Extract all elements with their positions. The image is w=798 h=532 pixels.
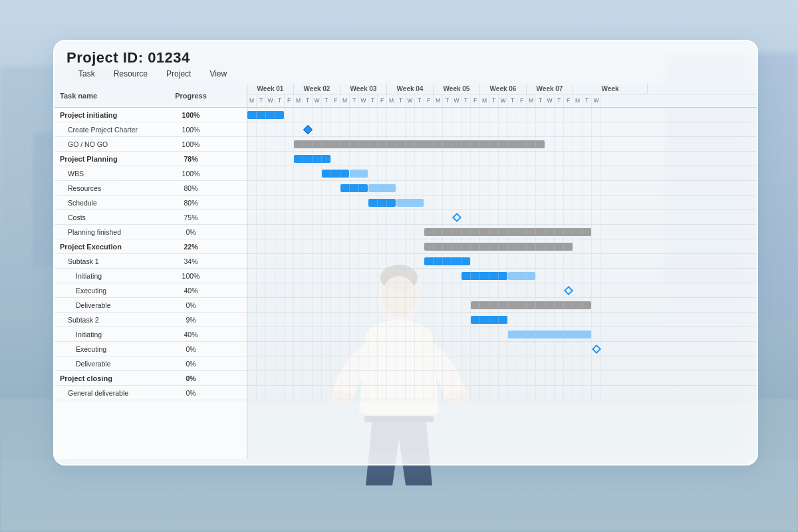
gantt-grid-cell	[452, 108, 462, 122]
day-label: M	[387, 94, 396, 107]
gantt-grid-cell	[443, 371, 452, 385]
gantt-grid-cell	[313, 386, 322, 400]
gantt-grid-cell	[378, 371, 387, 385]
gantt-grid-cell	[499, 108, 508, 122]
gantt-grid-cell	[424, 181, 434, 195]
gantt-grid-cell	[368, 283, 378, 297]
gantt-grid-cell	[489, 371, 499, 385]
task-name-cell: Initiating	[55, 272, 171, 280]
gantt-grid-cell	[583, 298, 592, 312]
gantt-grid-cell	[517, 269, 527, 283]
day-label: M	[247, 94, 257, 107]
menu-view[interactable]: View	[209, 69, 227, 78]
task-row: Deliverable0%	[55, 298, 247, 313]
gantt-grid-cell	[275, 181, 285, 195]
gantt-grid-cell	[331, 122, 340, 136]
gantt-grid-cell	[257, 371, 266, 385]
gantt-grid-cell	[340, 225, 350, 239]
gantt-grid-cell	[313, 342, 322, 356]
gantt-grid-cell	[275, 166, 285, 180]
gantt-grid-cell	[443, 327, 452, 341]
gantt-grid-cell	[443, 108, 452, 122]
gantt-grid-cell	[434, 166, 443, 180]
progress-cell: 100%	[171, 170, 211, 178]
gantt-rows-container	[247, 108, 757, 400]
gantt-grid-cell	[424, 152, 434, 166]
gantt-grid-cell	[303, 283, 313, 297]
gantt-grid-cell	[583, 137, 592, 151]
gantt-grid-cell	[536, 283, 545, 297]
gantt-grid-cell	[387, 356, 396, 370]
gantt-grid-cell	[508, 342, 517, 356]
gantt-grid-cell	[378, 210, 387, 224]
gantt-grid-cell	[350, 210, 359, 224]
gantt-grid-cell	[564, 356, 573, 370]
gantt-grid-cell	[499, 181, 508, 195]
gantt-grid-cell	[424, 386, 434, 400]
gantt-grid-cell	[313, 108, 322, 122]
gantt-grid-cell	[480, 327, 489, 341]
gantt-grid-cell	[359, 137, 368, 151]
gantt-grid-cell	[368, 386, 378, 400]
gantt-grid-cell	[387, 181, 396, 195]
gantt-grid-cell	[275, 269, 285, 283]
gantt-grid-cell	[275, 254, 285, 268]
task-header-row: Task name Progress	[55, 84, 247, 108]
gantt-grid-cell	[471, 356, 480, 370]
gantt-grid-cell	[275, 386, 285, 400]
gantt-grid-cell	[257, 386, 266, 400]
gantt-grid-cell	[443, 181, 452, 195]
gantt-grid-cell	[508, 313, 517, 327]
gantt-grid-cell	[331, 327, 340, 341]
gantt-grid-cell	[583, 386, 592, 400]
gantt-grid-cell	[527, 137, 536, 151]
gantt-grid-cell	[489, 166, 499, 180]
gantt-grid-cell	[303, 152, 313, 166]
gantt-grid-cell	[583, 152, 592, 166]
gantt-grid-cell	[368, 342, 378, 356]
gantt-grid-cell	[396, 298, 406, 312]
menu-project[interactable]: Project	[166, 69, 191, 78]
gantt-grid-cell	[387, 122, 396, 136]
gantt-grid-cell	[378, 166, 387, 180]
gantt-grid-cell	[266, 166, 275, 180]
gantt-grid-cell	[592, 137, 601, 151]
gantt-grid-cell	[434, 342, 443, 356]
gantt-grid-cell	[462, 225, 471, 239]
gantt-chart-area: Week 01Week 02Week 03Week 04Week 05Week …	[247, 84, 757, 459]
gantt-grid-cell	[285, 210, 294, 224]
gantt-grid-row	[247, 386, 757, 400]
gantt-grid-cell	[406, 313, 415, 327]
gantt-grid-cell	[545, 342, 555, 356]
menu-task[interactable]: Task	[78, 69, 95, 78]
gantt-grid-cell	[480, 386, 489, 400]
gantt-grid-cell	[285, 137, 294, 151]
gantt-grid-cell	[387, 342, 396, 356]
gantt-grid-cell	[583, 283, 592, 297]
gantt-grid-cell	[508, 152, 517, 166]
gantt-grid-row	[247, 269, 757, 283]
gantt-grid-cell	[340, 181, 350, 195]
gantt-grid-cell	[331, 283, 340, 297]
gantt-grid-cell	[275, 137, 285, 151]
gantt-grid-cell	[462, 254, 471, 268]
gantt-grid-cell	[592, 225, 601, 239]
task-name-cell: General deliverable	[55, 389, 171, 397]
gantt-grid-cell	[359, 108, 368, 122]
gantt-grid-cell	[322, 371, 331, 385]
gantt-grid-cell	[359, 356, 368, 370]
gantt-grid-cell	[592, 342, 601, 356]
gantt-grid-cell	[452, 239, 462, 253]
gantt-grid-cell	[462, 239, 471, 253]
gantt-grid-cell	[406, 108, 415, 122]
gantt-grid-cell	[555, 152, 564, 166]
gantt-grid-cell	[257, 298, 266, 312]
gantt-grid-cell	[592, 254, 601, 268]
gantt-grid-cell	[247, 269, 257, 283]
gantt-grid-cell	[471, 313, 480, 327]
gantt-grid-cell	[527, 283, 536, 297]
gantt-grid-cell	[322, 356, 331, 370]
gantt-grid-cell	[564, 283, 573, 297]
menu-resource[interactable]: Resource	[114, 69, 148, 78]
gantt-grid-cell	[452, 313, 462, 327]
